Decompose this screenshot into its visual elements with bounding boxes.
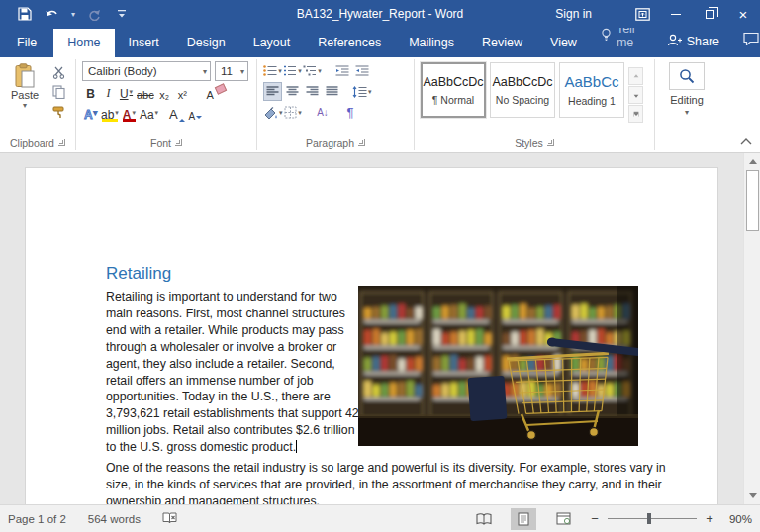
doc-paragraph-2: One of the reasons the retail industry i… — [106, 460, 666, 504]
tab-design[interactable]: Design — [173, 29, 239, 57]
share-person-icon — [667, 34, 682, 49]
styles-scroll-down-icon[interactable] — [628, 86, 643, 104]
quick-access-toolbar: ▾ — [0, 6, 131, 22]
share-button[interactable]: Share — [657, 27, 729, 57]
collapse-ribbon-icon[interactable] — [740, 132, 752, 149]
zoom-slider-handle[interactable] — [647, 513, 651, 524]
zoom-in-button[interactable]: + — [705, 511, 714, 526]
tab-insert[interactable]: Insert — [115, 29, 173, 57]
paragraph-group-label: Paragraph — [257, 135, 414, 152]
align-center-button[interactable] — [283, 82, 302, 101]
zoom-controls: − + 90% — [590, 511, 752, 526]
paragraph-group: ▾ ▾ ▾ — [257, 57, 414, 152]
paragraph-dialog-launcher[interactable] — [358, 139, 365, 146]
vertical-scrollbar[interactable] — [743, 153, 760, 504]
style-no-spacing[interactable]: AaBbCcDc No Spacing — [490, 62, 555, 118]
style-heading-1[interactable]: AaBbCc Heading 1 — [559, 62, 624, 118]
ribbon-tabs: File Home Insert Design Layout Reference… — [0, 28, 760, 57]
web-layout-button[interactable] — [550, 508, 576, 530]
zoom-percentage[interactable]: 90% — [722, 513, 752, 525]
align-right-button[interactable] — [303, 82, 322, 101]
decrease-indent-button[interactable] — [332, 61, 351, 80]
grocery-cart-image[interactable] — [358, 286, 638, 446]
zoom-slider[interactable] — [608, 518, 697, 519]
sign-in-button[interactable]: Sign in — [555, 7, 592, 21]
scroll-down-icon[interactable] — [745, 488, 760, 503]
underline-button[interactable]: U▾ — [118, 83, 135, 102]
clipboard-dialog-launcher[interactable] — [58, 139, 65, 146]
font-group: Calibri (Body)▾ 11▾ B I U▾ abc x₂ x² A A… — [76, 57, 256, 152]
text-cursor — [296, 440, 297, 453]
undo-dropdown-icon[interactable]: ▾ — [71, 10, 75, 19]
tab-home[interactable]: Home — [53, 29, 114, 57]
read-mode-button[interactable] — [471, 508, 497, 530]
change-case-button[interactable]: Aa▾ — [139, 104, 159, 123]
tab-file[interactable]: File — [0, 29, 53, 57]
italic-button[interactable]: I — [100, 83, 117, 102]
undo-icon[interactable] — [44, 6, 61, 22]
document-page[interactable]: Retailing Retailing is important to unde… — [25, 167, 718, 504]
subscript-button[interactable]: x₂ — [156, 83, 173, 102]
text-effects-button[interactable]: A▾ — [82, 104, 99, 123]
format-painter-icon[interactable] — [49, 104, 67, 120]
shading-button[interactable]: ▾ — [263, 103, 283, 122]
editing-button[interactable]: Editing ▾ — [655, 57, 718, 152]
font-dialog-launcher[interactable] — [175, 139, 182, 146]
align-left-button[interactable] — [263, 82, 282, 101]
document-area: Retailing Retailing is important to unde… — [0, 153, 760, 504]
sort-button[interactable]: A↓ — [314, 103, 332, 122]
style-normal[interactable]: AaBbCcDc ¶ Normal — [421, 62, 486, 118]
clear-formatting-button[interactable]: A — [202, 83, 219, 102]
close-button[interactable]: × — [726, 0, 760, 28]
minimize-button[interactable] — [659, 0, 693, 28]
styles-more-icon[interactable] — [628, 105, 643, 123]
multilevel-list-button[interactable]: ▾ — [303, 61, 322, 80]
paste-dropdown-icon[interactable]: ▾ — [23, 101, 27, 110]
doc-paragraph-1: Retailing is important to understand for… — [106, 289, 359, 456]
restore-button[interactable] — [693, 0, 726, 28]
scrollbar-thumb[interactable] — [746, 170, 759, 231]
zoom-out-button[interactable]: − — [590, 511, 600, 526]
save-icon[interactable] — [16, 6, 34, 22]
borders-button[interactable]: ▾ — [284, 103, 303, 122]
tab-references[interactable]: References — [304, 29, 395, 57]
editing-group: Editing ▾ — [655, 57, 718, 152]
copy-icon[interactable] — [49, 84, 67, 100]
highlight-button[interactable]: ab▾ — [100, 104, 120, 123]
font-size-combo[interactable]: 11▾ — [215, 61, 248, 81]
tab-mailings[interactable]: Mailings — [395, 29, 468, 57]
strikethrough-button[interactable]: abc — [136, 83, 155, 102]
ribbon-display-options-icon[interactable] — [625, 0, 659, 28]
styles-dialog-launcher[interactable] — [547, 139, 554, 146]
page-indicator[interactable]: Page 1 of 2 — [8, 513, 66, 525]
paste-button[interactable]: Paste ▾ — [4, 61, 46, 135]
share-label: Share — [687, 35, 719, 48]
find-icon — [679, 68, 695, 84]
increase-indent-button[interactable] — [352, 61, 371, 80]
font-name-combo[interactable]: Calibri (Body)▾ — [82, 61, 211, 81]
word-count[interactable]: 564 words — [88, 513, 141, 525]
customize-quick-access-icon[interactable] — [113, 6, 131, 22]
tab-view[interactable]: View — [536, 29, 591, 57]
numbering-button[interactable]: ▾ — [283, 61, 302, 80]
font-group-label: Font — [76, 135, 256, 152]
comments-icon[interactable] — [729, 25, 760, 57]
font-color-button[interactable]: A▾ — [121, 104, 138, 123]
titlebar-right: Sign in × — [555, 0, 760, 28]
grow-font-button[interactable]: A — [168, 104, 186, 123]
scroll-up-icon[interactable] — [745, 154, 760, 169]
print-layout-button[interactable] — [511, 508, 536, 530]
justify-button[interactable] — [323, 82, 341, 101]
superscript-button[interactable]: x² — [174, 83, 191, 102]
cut-icon[interactable] — [49, 64, 67, 80]
bullets-button[interactable]: ▾ — [263, 61, 282, 80]
editing-dropdown-icon: ▾ — [685, 108, 689, 117]
styles-scroll-up-icon[interactable] — [628, 67, 643, 85]
line-spacing-button[interactable]: ▾ — [352, 82, 372, 101]
bold-button[interactable]: B — [82, 83, 99, 102]
tab-layout[interactable]: Layout — [239, 29, 305, 57]
proofing-errors-icon[interactable] — [162, 511, 177, 527]
tab-review[interactable]: Review — [468, 29, 536, 57]
shrink-font-button[interactable]: A — [187, 104, 204, 123]
show-hide-marks-button[interactable]: ¶ — [341, 103, 360, 122]
